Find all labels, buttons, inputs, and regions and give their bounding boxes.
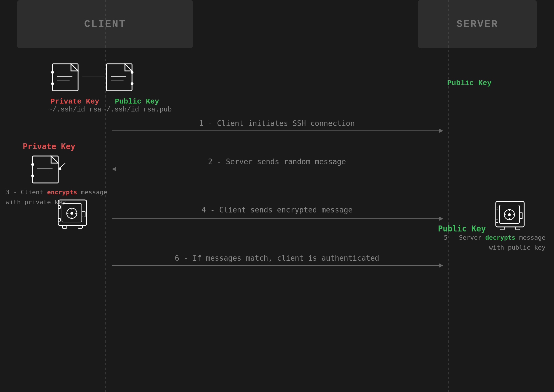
svg-rect-0 <box>53 64 78 91</box>
svg-marker-1 <box>71 64 78 71</box>
private-key-icon-2 <box>28 155 71 186</box>
step3-encrypts-highlight: encrypts <box>47 189 77 196</box>
server-header-label: SERVER <box>456 18 498 30</box>
svg-point-8 <box>131 71 133 74</box>
safe-icon-client <box>57 199 91 231</box>
safe-svg-client <box>57 199 91 230</box>
step6-label: 6 - If messages match, client is authent… <box>175 254 379 262</box>
svg-point-14 <box>31 163 34 166</box>
svg-point-15 <box>31 174 34 177</box>
private-key-label-2: Private Key <box>23 142 75 151</box>
step4-arrow <box>112 218 443 219</box>
public-key-icon-area-client: Public Key ~/.ssh/id_rsa.pub <box>102 62 172 113</box>
safe-icon-server <box>494 200 528 233</box>
public-key-path: ~/.ssh/id_rsa.pub <box>102 106 172 113</box>
svg-rect-28 <box>82 211 85 217</box>
step5-label: 5 - Server decrypts message with public … <box>444 233 545 252</box>
svg-rect-12 <box>33 156 58 183</box>
private-key-icon-area: Private Key ~/.ssh/id_rsa <box>48 62 101 113</box>
step6-arrow <box>112 265 443 266</box>
step1-arrow-head <box>439 129 443 133</box>
svg-marker-13 <box>51 156 58 163</box>
private-key-icon-area-2 <box>28 155 71 187</box>
public-key-icon-client <box>102 62 139 94</box>
step5-decrypts-highlight: decrypts <box>485 234 515 241</box>
key-connector-line <box>82 77 105 77</box>
step3-label: 3 - Client encrypts message with private… <box>6 187 107 207</box>
step2-label: 2 - Server sends random message <box>208 157 346 166</box>
private-key-label: Private Key <box>48 97 101 106</box>
step1-arrow <box>112 130 443 131</box>
server-header-box: SERVER <box>418 0 537 48</box>
safe-svg-server <box>494 200 528 231</box>
private-key-path: ~/.ssh/id_rsa <box>48 106 101 113</box>
step1-label: 1 - Client initiates SSH connection <box>199 119 355 128</box>
svg-rect-6 <box>106 64 132 91</box>
svg-point-23 <box>70 212 73 215</box>
svg-rect-41 <box>519 213 523 218</box>
step4-label: 4 - Client sends encrypted message <box>201 206 352 214</box>
step6-arrow-head <box>439 264 443 267</box>
svg-point-3 <box>51 82 54 85</box>
svg-point-9 <box>131 82 133 85</box>
svg-point-36 <box>508 213 511 216</box>
server-public-key-top: Public Key <box>447 77 492 87</box>
step2-arrow <box>112 169 443 169</box>
step4-arrow-head <box>439 217 443 221</box>
svg-point-2 <box>51 71 54 74</box>
server-public-key-label-step5: Public Key <box>438 224 486 233</box>
server-public-key-label-top: Public Key <box>447 79 492 87</box>
step2-arrow-head <box>112 167 116 171</box>
private-key-icon <box>48 62 85 94</box>
public-key-label-client: Public Key <box>102 97 172 106</box>
server-vertical-line <box>448 0 449 392</box>
svg-marker-7 <box>125 64 132 71</box>
